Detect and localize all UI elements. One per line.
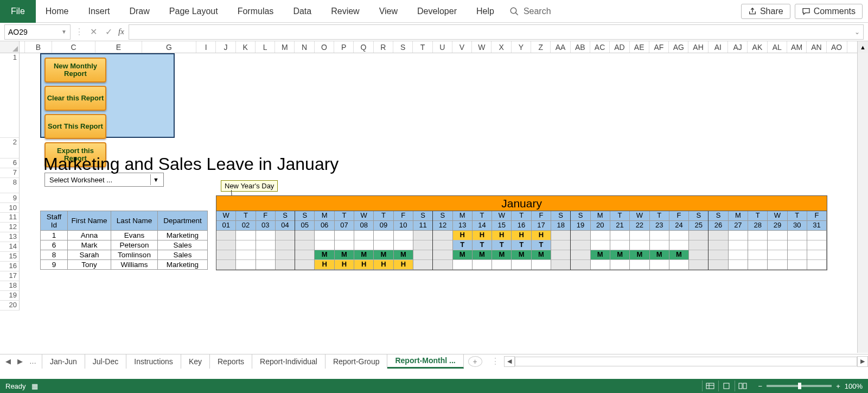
col-header-E[interactable]: E: [95, 41, 142, 53]
cal-cell[interactable]: M: [335, 250, 354, 260]
cal-cell[interactable]: H: [374, 260, 393, 270]
cal-cell[interactable]: [433, 250, 452, 260]
cal-cell[interactable]: [374, 240, 393, 250]
macro-record-icon[interactable]: ▦: [31, 382, 38, 390]
cal-cell[interactable]: [256, 250, 275, 260]
cal-cell[interactable]: M: [315, 250, 334, 260]
col-header-J[interactable]: J: [216, 41, 235, 53]
cal-cell[interactable]: [551, 260, 570, 270]
cal-cell[interactable]: [689, 260, 708, 270]
cal-cell[interactable]: [788, 260, 807, 270]
cal-cell[interactable]: [571, 260, 590, 270]
ribbon-tab-page-layout[interactable]: Page Layout: [159, 0, 228, 23]
ribbon-tab-formulas[interactable]: Formulas: [228, 0, 284, 23]
cal-cell[interactable]: [354, 240, 373, 250]
row-header-11[interactable]: 11: [0, 213, 20, 223]
ribbon-tab-help[interactable]: Help: [467, 0, 504, 23]
cal-cell[interactable]: M: [453, 250, 472, 260]
cal-cell[interactable]: [295, 240, 314, 250]
cal-cell[interactable]: [729, 240, 748, 250]
cal-cell[interactable]: [669, 231, 688, 240]
cal-cell[interactable]: [807, 240, 826, 250]
col-header-AD[interactable]: AD: [610, 41, 629, 53]
staff-cell[interactable]: Sales: [158, 250, 208, 260]
cal-cell[interactable]: [729, 231, 748, 240]
cal-cell[interactable]: [807, 250, 826, 260]
cal-cell[interactable]: [433, 240, 452, 250]
cal-cell[interactable]: [295, 260, 314, 270]
cal-cell[interactable]: [768, 231, 787, 240]
scroll-up-button[interactable]: ▲: [857, 41, 868, 53]
row-header-14[interactable]: 14: [0, 242, 20, 252]
cal-cell[interactable]: [216, 240, 235, 250]
col-header-AB[interactable]: AB: [571, 41, 590, 53]
view-normal-icon[interactable]: [702, 381, 718, 391]
row-header-15[interactable]: 15: [0, 252, 20, 262]
col-header-AA[interactable]: AA: [551, 41, 570, 53]
col-header-X[interactable]: X: [492, 41, 511, 53]
cal-cell[interactable]: [788, 250, 807, 260]
cal-cell[interactable]: [748, 250, 767, 260]
staff-cell[interactable]: Sales: [158, 240, 208, 250]
staff-cell[interactable]: 9: [41, 260, 68, 270]
col-header-AE[interactable]: AE: [630, 41, 649, 53]
cal-cell[interactable]: [591, 260, 610, 270]
cal-cell[interactable]: [610, 231, 629, 240]
ribbon-tab-draw[interactable]: Draw: [119, 0, 159, 23]
cal-cell[interactable]: [473, 260, 492, 270]
zoom-level[interactable]: 100%: [845, 382, 863, 390]
col-header-N[interactable]: N: [295, 41, 314, 53]
cal-cell[interactable]: M: [374, 250, 393, 260]
cal-cell[interactable]: [689, 250, 708, 260]
cal-cell[interactable]: [492, 260, 511, 270]
cal-cell[interactable]: M: [610, 250, 629, 260]
col-header-M[interactable]: M: [275, 41, 295, 53]
cal-cell[interactable]: [748, 231, 767, 240]
new-monthly-report-button[interactable]: New Monthly Report: [44, 58, 106, 83]
cal-cell[interactable]: [532, 260, 551, 270]
staff-cell[interactable]: Tomlinson: [111, 250, 158, 260]
select-all-corner[interactable]: [0, 41, 20, 53]
cal-cell[interactable]: [709, 250, 727, 260]
cal-cell[interactable]: [413, 240, 432, 250]
cal-cell[interactable]: [669, 240, 688, 250]
cal-cell[interactable]: H: [394, 260, 413, 270]
cal-cell[interactable]: [610, 260, 629, 270]
cal-cell[interactable]: T: [532, 240, 551, 250]
row-header-19[interactable]: 19: [0, 291, 20, 301]
staff-cell[interactable]: Mark: [68, 240, 111, 250]
ribbon-tab-data[interactable]: Data: [283, 0, 321, 23]
zoom-in-button[interactable]: +: [836, 382, 840, 390]
cal-cell[interactable]: [748, 260, 767, 270]
cal-cell[interactable]: [512, 260, 531, 270]
row-header-1[interactable]: 1: [0, 53, 20, 138]
cal-cell[interactable]: [630, 240, 649, 250]
cal-cell[interactable]: M: [650, 250, 669, 260]
col-header-U[interactable]: U: [433, 41, 452, 53]
cal-cell[interactable]: M: [473, 250, 492, 260]
col-header-AI[interactable]: AI: [709, 41, 728, 53]
cal-cell[interactable]: [236, 231, 255, 240]
cal-cell[interactable]: [256, 260, 275, 270]
col-header-a[interactable]: [20, 41, 25, 53]
cal-cell[interactable]: [571, 240, 590, 250]
file-tab[interactable]: File: [0, 0, 36, 23]
cal-cell[interactable]: M: [669, 250, 688, 260]
cal-cell[interactable]: T: [492, 240, 511, 250]
cal-cell[interactable]: [354, 231, 373, 240]
row-header-9[interactable]: 9: [0, 193, 20, 203]
cal-cell[interactable]: [630, 231, 649, 240]
col-header-O[interactable]: O: [315, 41, 334, 53]
cal-cell[interactable]: M: [512, 250, 531, 260]
staff-cell[interactable]: Anna: [68, 231, 111, 240]
cal-cell[interactable]: [551, 231, 570, 240]
cal-cell[interactable]: M: [591, 250, 610, 260]
tab-nav-more[interactable]: …: [29, 357, 36, 365]
formula-input[interactable]: ⌄: [129, 24, 864, 40]
cal-cell[interactable]: [591, 240, 610, 250]
view-page-layout-icon[interactable]: [718, 381, 735, 391]
cal-cell[interactable]: H: [335, 260, 354, 270]
cal-cell[interactable]: [413, 260, 432, 270]
col-header-V[interactable]: V: [452, 41, 472, 53]
col-header-AF[interactable]: AF: [649, 41, 669, 53]
